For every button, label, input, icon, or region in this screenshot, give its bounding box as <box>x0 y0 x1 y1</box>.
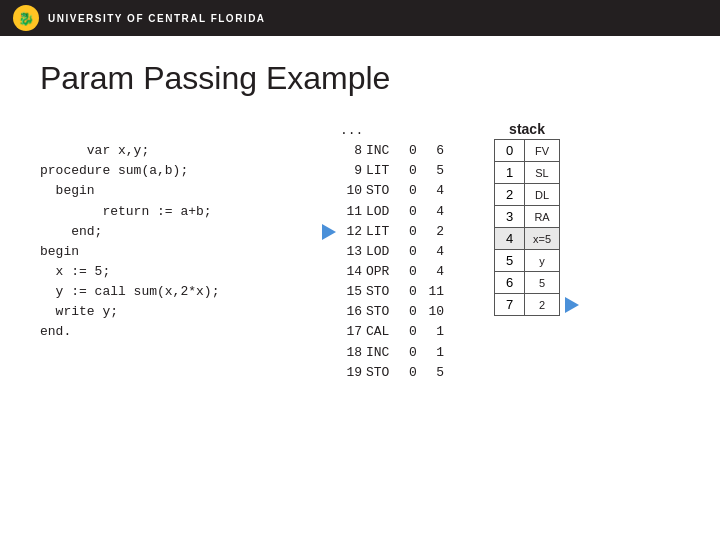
instr-num-19: 19 <box>340 363 362 383</box>
stack-table: 0 FV 1 SL 2 DL 3 RA 4 x=5 <box>494 139 560 316</box>
instr-l-15: 0 <box>406 282 420 302</box>
stack-row-4: 4 x=5 <box>495 228 560 250</box>
instr-num-17: 17 <box>340 322 362 342</box>
instr-row-9: 9 LIT 0 5 <box>340 161 444 181</box>
instr-row-17: 17 CAL 0 1 <box>340 322 444 342</box>
stack-val-7: 2 <box>525 294 560 316</box>
instr-a-17: 1 <box>424 322 444 342</box>
code-line-1: var x,y; <box>87 143 149 158</box>
code-block: var x,y; procedure sum(a,b); begin retur… <box>40 121 310 363</box>
instr-a-14: 4 <box>424 262 444 282</box>
instr-a-15: 11 <box>424 282 444 302</box>
instr-op-9: LIT <box>366 161 402 181</box>
stack-row-6: 6 5 <box>495 272 560 294</box>
stack-right-arrow-icon <box>565 297 579 313</box>
code-line-2: procedure sum(a,b); <box>40 163 188 178</box>
instr-a-10: 4 <box>424 181 444 201</box>
instr-a-12: 2 <box>424 222 444 242</box>
instr-row-16: 16 STO 0 10 <box>340 302 444 322</box>
instr-row-11: 11 LOD 0 4 <box>340 202 444 222</box>
instr-a-11: 4 <box>424 202 444 222</box>
instr-l-17: 0 <box>406 322 420 342</box>
code-line-7: x := 5; <box>40 264 110 279</box>
instructions-panel: ... 8 INC 0 6 9 LIT 0 5 10 <box>340 121 444 383</box>
instr-op-16: STO <box>366 302 402 322</box>
instr-a-19: 5 <box>424 363 444 383</box>
stack-index-1: 1 <box>495 162 525 184</box>
instr-row-18: 18 INC 0 1 <box>340 343 444 363</box>
left-arrow-icon <box>322 224 336 240</box>
instr-l-10: 0 <box>406 181 420 201</box>
code-line-10: end. <box>40 324 71 339</box>
instr-a-18: 1 <box>424 343 444 363</box>
instr-num-9: 9 <box>340 161 362 181</box>
stack-index-4: 4 <box>495 228 525 250</box>
code-line-3: begin <box>40 183 95 198</box>
stack-index-7: 7 <box>495 294 525 316</box>
instr-num-11: 11 <box>340 202 362 222</box>
instr-row-12: 12 LIT 0 2 <box>340 222 444 242</box>
page-title: Param Passing Example <box>40 60 680 97</box>
code-line-9: write y; <box>40 304 118 319</box>
instr-a-16: 10 <box>424 302 444 322</box>
instr-l-11: 0 <box>406 202 420 222</box>
stack-val-3: RA <box>525 206 560 228</box>
instr-l-19: 0 <box>406 363 420 383</box>
instr-op-18: INC <box>366 343 402 363</box>
code-line-4: return := a+b; <box>40 204 212 219</box>
instr-op-8: INC <box>366 141 402 161</box>
instr-a-13: 4 <box>424 242 444 262</box>
instr-num-10: 10 <box>340 181 362 201</box>
instr-op-15: STO <box>366 282 402 302</box>
stack-label: stack <box>509 121 545 137</box>
instr-op-12: LIT <box>366 222 402 242</box>
stack-index-2: 2 <box>495 184 525 206</box>
instr-op-13: LOD <box>366 242 402 262</box>
instr-op-17: CAL <box>366 322 402 342</box>
stack-val-2: DL <box>525 184 560 206</box>
instr-row-10: 10 STO 0 4 <box>340 181 444 201</box>
instr-a-9: 5 <box>424 161 444 181</box>
stack-index-3: 3 <box>495 206 525 228</box>
stack-row-0: 0 FV <box>495 140 560 162</box>
instr-a-8: 6 <box>424 141 444 161</box>
stack-index-6: 6 <box>495 272 525 294</box>
instr-row-13: 13 LOD 0 4 <box>340 242 444 262</box>
stack-row-3: 3 RA <box>495 206 560 228</box>
instr-num-14: 14 <box>340 262 362 282</box>
instr-l-16: 0 <box>406 302 420 322</box>
instruction-table: ... 8 INC 0 6 9 LIT 0 5 10 <box>340 121 444 383</box>
stack-row-1: 1 SL <box>495 162 560 184</box>
code-line-5: end; <box>40 224 102 239</box>
instr-l-13: 0 <box>406 242 420 262</box>
instr-l-18: 0 <box>406 343 420 363</box>
stack-val-5: y <box>525 250 560 272</box>
header: 🐉 UNIVERSITY OF CENTRAL FLORIDA <box>0 0 720 36</box>
instr-row-19: 19 STO 0 5 <box>340 363 444 383</box>
stack-val-1: SL <box>525 162 560 184</box>
stack-val-4: x=5 <box>525 228 560 250</box>
main-area: var x,y; procedure sum(a,b); begin retur… <box>40 121 680 383</box>
instr-row-15: 15 STO 0 11 <box>340 282 444 302</box>
code-line-6: begin <box>40 244 79 259</box>
stack-row-2: 2 DL <box>495 184 560 206</box>
code-line-8: y := call sum(x,2*x); <box>40 284 219 299</box>
stack-row-5: 5 y <box>495 250 560 272</box>
instr-l-9: 0 <box>406 161 420 181</box>
instr-num-13: 13 <box>340 242 362 262</box>
stack-row-7: 7 2 <box>495 294 560 316</box>
instr-num-12: 12 <box>340 222 362 242</box>
stack-val-0: FV <box>525 140 560 162</box>
instr-num-16: 16 <box>340 302 362 322</box>
instr-row-8: 8 INC 0 6 <box>340 141 444 161</box>
instr-op-14: OPR <box>366 262 402 282</box>
instr-num-8: 8 <box>340 141 362 161</box>
instr-l-12: 0 <box>406 222 420 242</box>
instr-op-19: STO <box>366 363 402 383</box>
university-name: UNIVERSITY OF CENTRAL FLORIDA <box>48 13 266 24</box>
main-content: Param Passing Example var x,y; procedure… <box>0 36 720 403</box>
svg-text:🐉: 🐉 <box>18 10 35 27</box>
instr-l-14: 0 <box>406 262 420 282</box>
pegasus-icon: 🐉 <box>12 4 40 32</box>
dots-label: ... <box>340 121 363 141</box>
